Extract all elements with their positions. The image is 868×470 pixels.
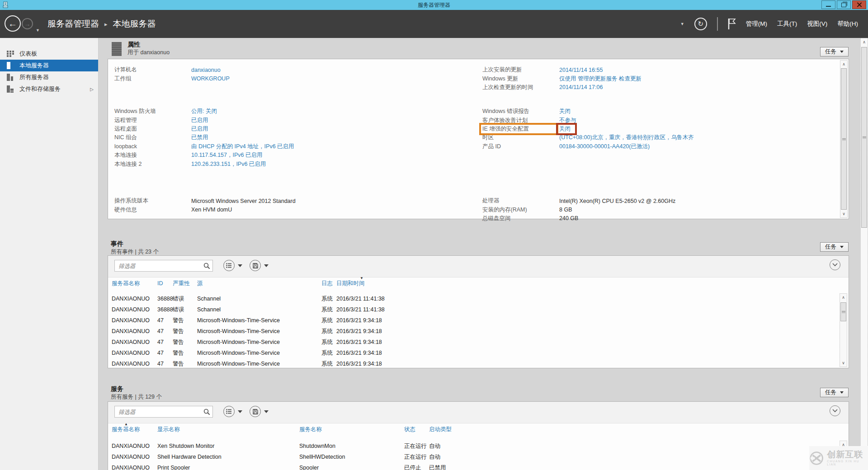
breadcrumb-root[interactable]: 服务器管理器	[47, 18, 99, 30]
property-row: 安装的内存(RAM)8 GB	[482, 205, 840, 214]
properties-tasks-button[interactable]: 任务	[820, 47, 849, 56]
column-header-2[interactable]: 服务名称	[299, 426, 404, 433]
property-value[interactable]: 已启用	[191, 125, 208, 133]
properties-tile-icon	[112, 42, 122, 56]
submenu-arrow-icon[interactable]: ▷	[90, 87, 94, 92]
property-value[interactable]: 2014/11/14 17:06	[559, 84, 603, 90]
property-label: Windows 错误报告	[482, 108, 559, 115]
services-collapse-button[interactable]	[830, 405, 840, 416]
property-value[interactable]: 关闭	[559, 108, 571, 115]
table-row[interactable]: DANXIAONUOXen Shutdown MonitorShutdownMo…	[112, 441, 835, 451]
column-header-1[interactable]: 显示名称	[157, 426, 299, 433]
cell-3: Microsoft-Windows-Time-Service	[197, 361, 321, 367]
column-header-1[interactable]: ID	[157, 280, 173, 287]
scrollbar-thumb[interactable]	[840, 302, 846, 321]
property-value[interactable]: (UTC+08:00)北京，重庆，香港特别行政区，乌鲁木齐	[559, 134, 694, 141]
events-filter-input[interactable]	[118, 261, 201, 271]
back-button[interactable]: ←	[5, 15, 21, 32]
property-value[interactable]: danxiaonuo	[191, 67, 221, 73]
window-scrollbar[interactable]: ∧ ∨	[860, 38, 868, 470]
sidebar-item-file-storage-services[interactable]: 文件和存储服务▷	[0, 83, 98, 95]
events-table-header: 服务器名称ID严重性源日志日期和时间▼	[112, 277, 835, 290]
column-header-3[interactable]: 源	[197, 280, 321, 287]
breadcrumb: 服务器管理器 ▸ 本地服务器	[47, 10, 156, 38]
services-table-header: 服务器名称▲显示名称服务名称状态启动类型	[112, 423, 835, 436]
menu-tools[interactable]: 工具(T)	[777, 20, 797, 28]
events-scrollbar[interactable]: ∧ ∨	[840, 293, 847, 367]
cell-1: Print Spooler	[157, 465, 299, 470]
scroll-down-icon[interactable]: ∨	[840, 359, 847, 367]
table-row[interactable]: DANXIAONUOShell Hardware DetectionShellH…	[112, 451, 835, 462]
table-row[interactable]: DANXIAONUOPrint SpoolerSpooler已停止已禁用	[112, 462, 835, 470]
table-row[interactable]: DANXIAONUO36888错误Schannel系统2016/3/21 11:…	[112, 293, 835, 304]
property-value[interactable]: 已启用	[191, 117, 208, 124]
sidebar-item-dashboard[interactable]: 仪表板	[0, 48, 98, 60]
scrollbar-thumb[interactable]	[841, 68, 847, 210]
properties-scrollbar[interactable]: ∧ ∨	[840, 60, 848, 218]
scroll-up-icon[interactable]: ∧	[861, 38, 868, 46]
events-save-query-button[interactable]	[250, 260, 269, 271]
minimize-button[interactable]	[821, 0, 835, 9]
scrollbar-thumb[interactable]	[861, 47, 867, 228]
events-view-options-button[interactable]	[223, 260, 242, 271]
property-value[interactable]: 公用: 关闭	[191, 108, 217, 115]
cell-4: 系统	[321, 349, 336, 357]
table-row[interactable]: DANXIAONUO47警告Microsoft-Windows-Time-Ser…	[112, 358, 835, 369]
properties-subtitle: 用于 danxiaonuo	[127, 49, 170, 56]
scroll-down-icon[interactable]: ∨	[840, 210, 847, 217]
table-row[interactable]: DANXIAONUO47警告Microsoft-Windows-Time-Ser…	[112, 337, 835, 348]
breadcrumb-current[interactable]: 本地服务器	[113, 18, 156, 30]
services-view-options-button[interactable]	[223, 406, 242, 417]
table-row[interactable]: DANXIAONUO47警告Microsoft-Windows-Time-Ser…	[112, 315, 835, 326]
column-header-0[interactable]: 服务器名称▲	[112, 426, 157, 433]
column-header-0[interactable]: 服务器名称	[112, 280, 157, 287]
server-dropdown[interactable]: ▼	[680, 22, 684, 26]
scroll-up-icon[interactable]: ∧	[840, 61, 847, 68]
scroll-up-icon[interactable]: ∧	[840, 294, 847, 301]
maximize-button[interactable]	[837, 0, 851, 9]
services-save-query-button[interactable]	[250, 406, 269, 417]
property-value[interactable]: 由 DHCP 分配的 IPv4 地址，IPv6 已启用	[191, 143, 294, 150]
events-tasks-button[interactable]: 任务	[820, 242, 849, 252]
services-title: 服务	[111, 385, 123, 393]
menu-help[interactable]: 帮助(H)	[837, 20, 858, 28]
property-value[interactable]: 120.26.233.151，IPv6 已启用	[191, 160, 266, 168]
table-row[interactable]: DANXIAONUO36888错误Schannel系统2016/3/21 11:…	[112, 304, 835, 315]
events-collapse-button[interactable]	[830, 259, 840, 270]
history-dropdown[interactable]: ▼	[36, 28, 40, 33]
property-value[interactable]: 已禁用	[191, 134, 208, 141]
cell-5: 2016/3/21 9:34:18	[336, 317, 835, 324]
services-tasks-button[interactable]: 任务	[820, 388, 849, 397]
property-value[interactable]: 2014/11/14 16:55	[559, 67, 603, 73]
column-header-5[interactable]: 日期和时间▼	[336, 280, 835, 287]
sidebar-item-all-servers[interactable]: 所有服务器	[0, 71, 98, 83]
table-row[interactable]: DANXIAONUO47警告Microsoft-Windows-Time-Ser…	[112, 348, 835, 358]
cell-5: 2016/3/21 9:34:18	[336, 350, 835, 356]
forward-button[interactable]: →	[22, 18, 33, 29]
close-button[interactable]	[852, 0, 866, 9]
cell-3: 已停止	[404, 464, 429, 470]
property-value: Xen HVM domU	[191, 207, 232, 213]
sidebar-item-label: 本地服务器	[19, 61, 49, 70]
services-filter-input[interactable]	[118, 407, 201, 417]
column-header-3[interactable]: 状态	[404, 426, 429, 433]
notifications-flag-button[interactable]	[728, 18, 736, 30]
menu-manage[interactable]: 管理(M)	[746, 20, 767, 28]
property-value[interactable]: 仅使用 管理的更新服务 检查更新	[559, 75, 642, 83]
menu-view[interactable]: 视图(V)	[807, 20, 827, 28]
cell-2: 警告	[173, 328, 197, 335]
refresh-button[interactable]: ↻	[694, 18, 707, 30]
column-header-4[interactable]: 日志	[321, 280, 336, 287]
events-panel: 服务器名称ID严重性源日志日期和时间▼ DANXIAONUO36888错误Sch…	[108, 255, 849, 368]
services-table-body: DANXIAONUOXen Shutdown MonitorShutdownMo…	[112, 441, 835, 470]
property-value[interactable]: 10.117.54.157，IPv6 已启用	[191, 151, 263, 159]
property-value[interactable]: 关闭	[559, 125, 571, 133]
cell-2: 错误	[173, 306, 197, 314]
column-header-4[interactable]: 启动类型	[429, 426, 835, 433]
property-value[interactable]: WORKGROUP	[191, 75, 230, 82]
column-header-2[interactable]: 严重性	[173, 280, 197, 287]
property-label: 操作系统版本	[114, 197, 191, 205]
table-row[interactable]: DANXIAONUO47警告Microsoft-Windows-Time-Ser…	[112, 326, 835, 337]
property-value[interactable]: 00184-30000-00001-AA420(已激活)	[559, 143, 650, 150]
sidebar-item-local-server[interactable]: 本地服务器	[0, 60, 98, 71]
